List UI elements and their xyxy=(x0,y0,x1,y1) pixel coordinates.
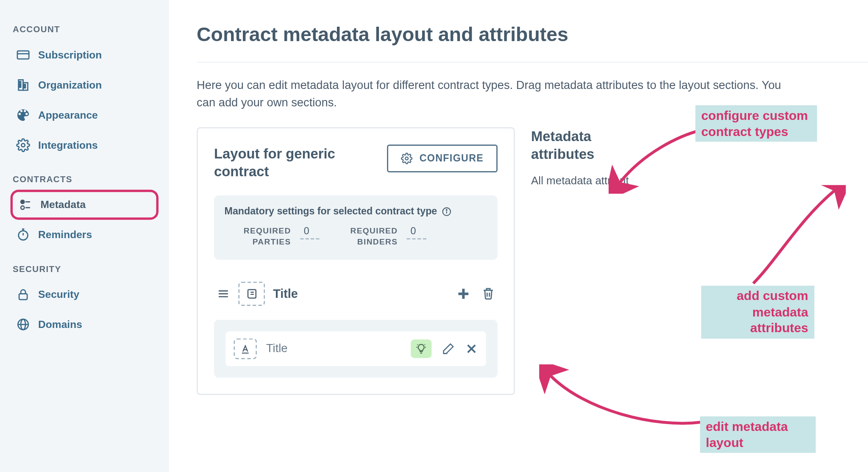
required-parties-value[interactable]: 0 xyxy=(300,226,320,240)
configure-button-label: CONFIGURE xyxy=(420,153,484,164)
stopwatch-icon xyxy=(16,228,30,242)
lock-icon xyxy=(16,287,30,301)
svg-line-40 xyxy=(425,344,425,345)
sidebar-item-integrations[interactable]: Integrations xyxy=(11,130,159,160)
sidebar-item-label: Subscription xyxy=(38,49,102,61)
drag-handle-icon[interactable] xyxy=(217,287,231,301)
layout-panel-title: Layout for generic contract xyxy=(214,144,376,180)
credit-card-icon xyxy=(16,48,30,62)
section-label: Title xyxy=(273,287,448,301)
svg-line-39 xyxy=(417,344,418,345)
globe-icon xyxy=(16,317,30,331)
sidebar-item-label: Domains xyxy=(38,318,82,330)
svg-rect-18 xyxy=(19,294,27,300)
main-content: Contract metadata layout and attributes … xyxy=(169,0,868,472)
remove-field-icon[interactable] xyxy=(465,342,478,355)
sidebar-heading-security: SECURITY xyxy=(13,264,159,273)
scroll-icon xyxy=(245,287,258,300)
section-type-icon[interactable] xyxy=(238,281,265,305)
add-section-icon[interactable] xyxy=(456,286,471,301)
section-row-title[interactable]: Title xyxy=(214,277,498,310)
edit-field-icon[interactable] xyxy=(442,342,455,355)
sidebar-heading-account: ACCOUNT xyxy=(13,24,159,34)
svg-point-25 xyxy=(446,210,447,211)
sidebar-item-organization[interactable]: Organization xyxy=(11,70,159,100)
attributes-subtext: All metadata attribut xyxy=(531,175,868,188)
field-label: Title xyxy=(266,342,401,355)
svg-point-11 xyxy=(21,206,24,209)
required-binders-value[interactable]: 0 xyxy=(407,226,426,240)
attributes-title: Metadata attributes xyxy=(531,127,623,163)
gear-icon xyxy=(16,138,30,152)
sidebar-heading-contracts: CONTRACTS xyxy=(13,174,159,184)
sidebar-item-reminders[interactable]: Reminders xyxy=(11,220,159,250)
page-title: Contract metadata layout and attributes xyxy=(197,23,868,46)
palette-icon xyxy=(16,108,30,122)
callout-configure-types: configure custom contract types xyxy=(696,105,817,142)
configure-button[interactable]: CONFIGURE xyxy=(387,144,498,172)
gear-icon xyxy=(401,153,412,164)
building-icon xyxy=(16,78,30,92)
delete-section-icon[interactable] xyxy=(481,286,495,300)
sidebar-item-metadata[interactable]: Metadata xyxy=(11,190,159,220)
svg-rect-0 xyxy=(17,51,29,59)
sidebar-item-subscription[interactable]: Subscription xyxy=(11,40,159,70)
svg-rect-4 xyxy=(19,81,21,83)
required-binders-label: REQUIRED BINDERS xyxy=(343,226,398,247)
divider xyxy=(197,62,868,62)
field-type-icon[interactable] xyxy=(234,338,257,359)
field-row-title[interactable]: Title xyxy=(225,331,486,366)
callout-edit-layout: edit metadata layout xyxy=(700,416,816,453)
svg-rect-8 xyxy=(24,87,25,88)
svg-rect-7 xyxy=(24,84,25,86)
callout-add-attributes: add custom metadata attributes xyxy=(701,286,814,338)
svg-rect-5 xyxy=(19,84,21,85)
sidebar-item-label: Reminders xyxy=(38,229,92,241)
svg-rect-6 xyxy=(19,86,21,87)
layout-panel: Layout for generic contract CONFIGURE Ma… xyxy=(197,127,515,395)
lightbulb-icon xyxy=(415,343,427,354)
svg-point-10 xyxy=(21,200,24,203)
hint-button[interactable] xyxy=(411,339,431,358)
sidebar-item-security[interactable]: Security xyxy=(11,279,159,309)
required-binders-item: REQUIRED BINDERS 0 xyxy=(343,226,426,247)
sidebar-item-appearance[interactable]: Appearance xyxy=(11,100,159,130)
metadata-icon xyxy=(19,198,33,212)
sidebar-item-label: Security xyxy=(38,288,79,300)
sidebar: ACCOUNT Subscription Organization Appear… xyxy=(0,0,169,472)
field-container: Title xyxy=(214,320,498,378)
svg-point-9 xyxy=(22,144,25,147)
sidebar-item-label: Metadata xyxy=(41,199,86,211)
mandatory-settings-title: Mandatory settings for selected contract… xyxy=(225,206,487,217)
sidebar-item-label: Organization xyxy=(38,79,102,91)
required-parties-label: REQUIRED PARTIES xyxy=(236,226,291,247)
required-parties-item: REQUIRED PARTIES 0 xyxy=(236,226,320,247)
sidebar-item-label: Integrations xyxy=(38,139,98,151)
sidebar-item-label: Appearance xyxy=(38,109,98,121)
mandatory-settings-box: Mandatory settings for selected contract… xyxy=(214,196,498,260)
info-icon[interactable] xyxy=(442,207,452,217)
sidebar-item-domains[interactable]: Domains xyxy=(11,309,159,339)
text-field-icon xyxy=(239,343,251,354)
svg-point-22 xyxy=(405,157,408,160)
